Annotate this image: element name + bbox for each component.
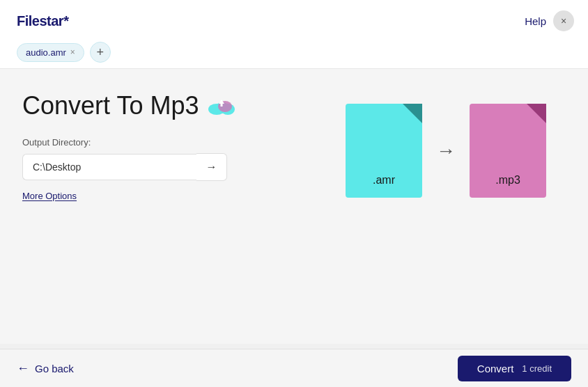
- tab-audio-amr[interactable]: audio.amr ×: [17, 43, 84, 62]
- tab-label: audio.amr: [26, 47, 66, 58]
- arrow-right-icon: →: [206, 161, 217, 173]
- source-file-corner: [403, 104, 422, 123]
- tab-bar: audio.amr × +: [0, 42, 588, 69]
- directory-input[interactable]: [22, 154, 196, 180]
- target-file-card: .mp3: [470, 104, 546, 198]
- go-back-label: Go back: [35, 363, 74, 374]
- close-button[interactable]: ×: [553, 10, 574, 31]
- header: Filestar* Help ×: [0, 0, 588, 42]
- add-tab-button[interactable]: +: [90, 42, 111, 63]
- conversion-visual: .amr → .mp3: [346, 104, 546, 198]
- tab-close-icon[interactable]: ×: [70, 48, 75, 56]
- credit-label: 1 credit: [522, 363, 552, 374]
- directory-browse-button[interactable]: →: [196, 153, 227, 181]
- source-file-card: .amr: [346, 104, 422, 198]
- cloud-upload-icon: [207, 97, 236, 115]
- convert-button[interactable]: Convert 1 credit: [458, 356, 571, 381]
- conversion-arrow-icon: →: [436, 140, 456, 162]
- target-file-corner: [527, 104, 546, 123]
- main-content: Convert To Mp3 Output Directory: → More …: [0, 69, 588, 344]
- plus-icon: +: [97, 46, 105, 58]
- go-back-link[interactable]: ← Go back: [17, 361, 74, 376]
- help-link[interactable]: Help: [525, 15, 546, 27]
- back-arrow-icon: ←: [17, 361, 29, 376]
- convert-label: Convert: [477, 363, 514, 374]
- source-file-ext: .amr: [373, 174, 395, 187]
- footer: ← Go back Convert 1 credit: [0, 349, 588, 387]
- close-icon: ×: [561, 15, 566, 26]
- app-logo: Filestar*: [17, 13, 68, 29]
- target-file-ext: .mp3: [495, 174, 520, 187]
- more-options-link[interactable]: More Options: [22, 191, 77, 201]
